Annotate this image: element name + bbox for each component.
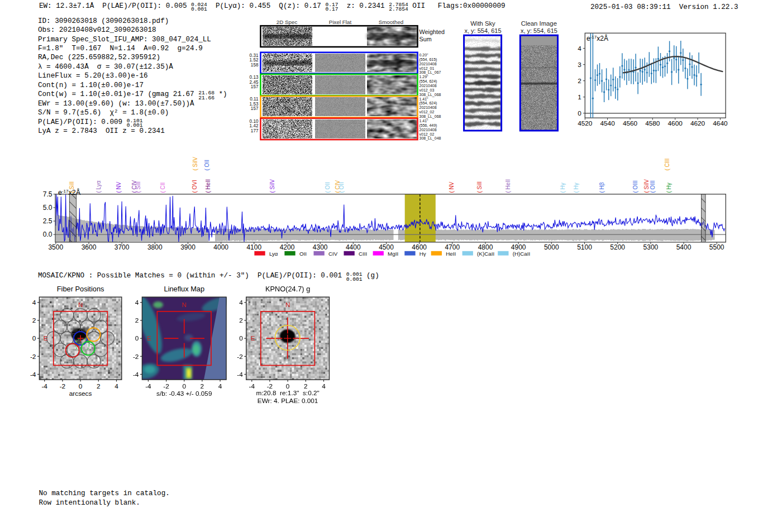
svg-text:( OII: ( OII — [325, 182, 331, 193]
svg-text:( OII: ( OII — [204, 160, 210, 170]
svg-text:308_LL_068: 308_LL_068 — [419, 93, 441, 97]
svg-text:E: E — [147, 335, 151, 342]
svg-text:Pixel Flat: Pixel Flat — [329, 19, 352, 25]
svg-text:4: 4 — [578, 45, 581, 52]
svg-text:158: 158 — [251, 63, 259, 68]
svg-text:5400: 5400 — [676, 243, 692, 251]
svg-text:-4: -4 — [30, 371, 36, 378]
svg-text:v012_03: v012_03 — [419, 88, 435, 93]
svg-text:( SiII: ( SiII — [69, 181, 75, 193]
svg-text:E: E — [251, 335, 255, 342]
svg-text:-4: -4 — [133, 371, 139, 378]
svg-text:-4: -4 — [41, 382, 47, 390]
svg-text:-4: -4 — [145, 382, 151, 390]
svg-text:-2: -2 — [133, 353, 139, 361]
svg-text:( CIII: ( CIII — [664, 159, 670, 171]
svg-text:Clean Image: Clean Image — [521, 20, 557, 27]
svg-text:HeII: HeII — [446, 251, 456, 257]
svg-text:Fiber Positions: Fiber Positions — [57, 285, 104, 293]
svg-text:5500: 5500 — [709, 243, 724, 251]
svg-text:5.0: 5.0 — [43, 204, 53, 212]
svg-text:20210408: 20210408 — [419, 106, 437, 109]
svg-text:e-17x2Å: e-17x2Å — [586, 34, 608, 42]
svg-text:N: N — [285, 301, 290, 308]
svg-text:E: E — [44, 335, 48, 342]
svg-text:1.29": 1.29" — [419, 75, 429, 79]
svg-text:4200: 4200 — [280, 243, 295, 251]
svg-text:308_LL_067: 308_LL_067 — [419, 70, 441, 75]
svg-text:2: 2 — [97, 382, 101, 390]
svg-text:( SiII: ( SiII — [476, 181, 483, 193]
svg-text:4560: 4560 — [623, 119, 638, 127]
svg-text:-2: -2 — [60, 382, 66, 390]
svg-text:CIV: CIV — [328, 251, 338, 257]
svg-text:s/b: -0.43 +/- 0.059: s/b: -0.43 +/- 0.059 — [156, 390, 212, 397]
svg-text:2: 2 — [135, 317, 139, 324]
svg-text:( HeII: ( HeII — [505, 179, 511, 193]
svg-text:( NV: ( NV — [116, 181, 122, 193]
svg-text:-2: -2 — [163, 382, 169, 390]
svg-text:1.41": 1.41" — [419, 97, 429, 101]
svg-text:20210408: 20210408 — [419, 62, 437, 66]
svg-text:( Hγ: ( Hγ — [573, 183, 579, 193]
svg-text:5000: 5000 — [544, 243, 559, 251]
svg-text:( NV: ( NV — [449, 181, 455, 193]
svg-text:0: 0 — [135, 334, 139, 342]
svg-text:Sum: Sum — [419, 36, 432, 42]
svg-text:-4: -4 — [249, 382, 255, 390]
svg-text:(554, 624): (554, 624) — [419, 101, 437, 106]
svg-text:308_LL_068: 308_LL_068 — [419, 114, 441, 119]
svg-text:2: 2 — [32, 317, 36, 324]
svg-text:2: 2 — [201, 382, 204, 390]
svg-text:4: 4 — [322, 382, 326, 390]
svg-text:-4: -4 — [237, 371, 243, 378]
svg-text:CIII: CIII — [359, 251, 367, 257]
svg-text:Lineflux Map: Lineflux Map — [164, 285, 205, 293]
svg-text:4640: 4640 — [713, 119, 728, 127]
svg-text:( Hγ: ( Hγ — [666, 183, 672, 193]
svg-text:4: 4 — [218, 382, 222, 390]
svg-text:4: 4 — [32, 299, 36, 306]
svg-text:( SiII: ( SiII — [135, 181, 141, 193]
svg-text:( HeII: ( HeII — [205, 179, 211, 193]
svg-text:4300: 4300 — [313, 243, 328, 251]
svg-text:(554, 624): (554, 624) — [419, 79, 437, 84]
svg-text:4540: 4540 — [600, 119, 615, 127]
svg-text:( OIII: ( OIII — [650, 180, 656, 193]
svg-text:308_LL_048: 308_LL_048 — [419, 136, 441, 141]
svg-text:3: 3 — [578, 61, 581, 69]
svg-text:( CII: ( CII — [160, 183, 166, 193]
svg-text:4600: 4600 — [668, 119, 683, 127]
svg-text:( SiIV: ( SiIV — [269, 179, 275, 193]
svg-text:0: 0 — [578, 109, 581, 117]
svg-text:With Sky: With Sky — [470, 20, 495, 27]
svg-text:20210408: 20210408 — [419, 128, 437, 132]
svg-text:5100: 5100 — [577, 243, 592, 251]
svg-text:v012_02: v012_02 — [419, 132, 435, 137]
svg-text:Hγ: Hγ — [419, 251, 426, 257]
svg-text:( Hγ: ( Hγ — [560, 183, 566, 193]
svg-text:EWr: 4. PLAE: 0.001: EWr: 4. PLAE: 0.001 — [258, 397, 318, 405]
svg-text:MgII: MgII — [388, 251, 398, 257]
svg-text:2.5: 2.5 — [43, 217, 53, 225]
svg-text:v012_02: v012_02 — [419, 110, 435, 114]
svg-text:0: 0 — [79, 382, 83, 390]
svg-text:( SiIV: ( SiIV — [192, 157, 198, 171]
svg-text:0: 0 — [239, 334, 243, 342]
svg-text:4620: 4620 — [690, 119, 705, 127]
svg-text:2: 2 — [578, 77, 581, 85]
svg-text:Weighted: Weighted — [419, 28, 445, 35]
svg-text:4000: 4000 — [213, 243, 228, 251]
svg-text:(556, 449): (556, 449) — [419, 123, 437, 128]
svg-text:( OIII: ( OIII — [632, 180, 638, 193]
svg-text:2: 2 — [239, 317, 243, 324]
svg-text:KPNO(24.7) g: KPNO(24.7) g — [265, 285, 310, 293]
svg-text:( OVI: ( OVI — [192, 180, 198, 193]
svg-text:m:20.8 re:1.3" s:0.2": m:20.8 re:1.3" s:0.2" — [256, 389, 319, 397]
svg-text:5300: 5300 — [643, 243, 659, 251]
svg-text:N: N — [182, 301, 187, 308]
svg-text:5200: 5200 — [610, 243, 625, 251]
svg-text:(H)CaII: (H)CaII — [513, 251, 531, 257]
svg-text:0: 0 — [183, 382, 187, 390]
svg-text:177: 177 — [251, 128, 259, 133]
